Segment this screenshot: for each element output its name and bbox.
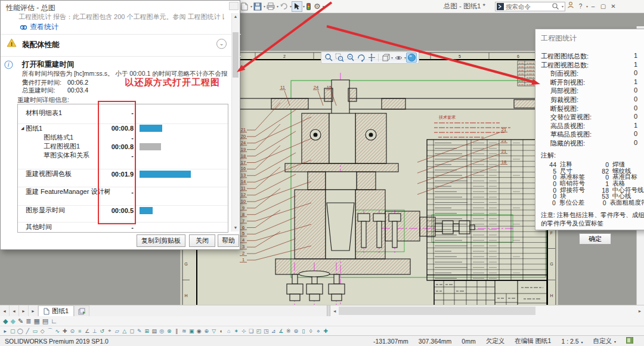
sketch-tool-icon[interactable]: ◳	[263, 328, 270, 334]
close-button[interactable]: 关闭	[189, 234, 215, 247]
expander-icon[interactable]: ◢	[18, 126, 26, 131]
display-pane-icon[interactable]	[626, 337, 633, 345]
add-sheet-tab[interactable]	[74, 305, 89, 316]
sketch-tool-icon[interactable]: ⊕	[203, 328, 210, 334]
sketch-tool-icon[interactable]: ∠	[84, 328, 91, 334]
sketch-tool-icon[interactable]: ✶	[233, 328, 240, 334]
format-tool-icon[interactable]: ▤	[42, 317, 48, 325]
tab-nav-next[interactable]: ►	[19, 305, 29, 316]
sketch-tool-icon[interactable]: ✚	[323, 328, 330, 334]
zoom-fit-icon[interactable]	[323, 52, 334, 63]
scroll-right-icon[interactable]: ►	[636, 305, 644, 316]
view-settings-sphere-icon[interactable]	[406, 52, 417, 63]
format-tool-icon[interactable]: ∟	[51, 317, 57, 325]
sketch-tool-icon[interactable]: ✎	[136, 328, 143, 334]
sketch-tool-icon[interactable]: ⌖	[106, 328, 113, 334]
sketch-tool-icon[interactable]: ※	[285, 328, 292, 334]
sketch-tool-icon[interactable]: ∿	[54, 328, 61, 334]
sketch-tool-icon[interactable]: ▢	[10, 328, 17, 334]
copy-to-clipboard-button[interactable]: 复制到剪贴板	[137, 234, 185, 247]
sketch-tool-icon[interactable]: △	[121, 328, 128, 334]
chevron-down-icon[interactable]: ▾	[323, 4, 324, 8]
print-icon[interactable]	[265, 1, 276, 12]
sketch-tool-icon[interactable]: ⊚	[293, 328, 300, 334]
tab-nav-prev[interactable]: ◄	[10, 305, 19, 316]
config-selector[interactable]: 自定义 ▾	[593, 337, 616, 345]
sketch-tool-icon[interactable]: ⌂	[225, 328, 233, 334]
sketch-tool-icon[interactable]: ▤	[151, 328, 158, 334]
search-box[interactable]: ▾	[495, 2, 565, 11]
search-icon[interactable]	[552, 2, 559, 10]
sketch-tool-icon[interactable]: ∡	[278, 328, 285, 334]
sketch-tool-icon[interactable]: ◎	[159, 328, 166, 334]
sketch-tool-icon[interactable]: ❏	[248, 328, 255, 334]
rotate-view-icon[interactable]	[355, 52, 366, 63]
scroll-up-icon[interactable]: ▲	[232, 13, 239, 20]
pan-icon[interactable]	[366, 52, 377, 63]
sketch-tool-icon[interactable]: ◰	[255, 328, 262, 334]
close-dialog-button[interactable]	[229, 2, 239, 10]
rebuild-traffic-light-icon[interactable]	[305, 1, 312, 12]
sketch-tool-icon[interactable]: ◉	[196, 328, 203, 334]
dialog-scroll-thumb[interactable]	[233, 32, 239, 78]
zoom-area-icon[interactable]	[334, 52, 345, 63]
tab-nav-first[interactable]: ◄	[0, 305, 10, 316]
chevron-down-icon[interactable]: ▾	[562, 4, 564, 8]
restore-button[interactable]: ▢	[598, 1, 608, 12]
format-tool-icon[interactable]: ▦	[33, 317, 39, 325]
sketch-tool-icon[interactable]: ✚	[61, 328, 69, 334]
hide-show-items-icon[interactable]	[393, 52, 404, 63]
sketch-tool-icon[interactable]: ⊙	[69, 328, 76, 334]
sketch-tool-icon[interactable]: ↺	[99, 328, 106, 334]
sketch-tool-icon[interactable]: ◻	[129, 328, 136, 334]
new-document-icon[interactable]	[240, 1, 250, 12]
link-label[interactable]: 查看统计	[30, 22, 58, 32]
sketch-tool-icon[interactable]: ▸	[2, 328, 9, 334]
sketch-tool-icon[interactable]: ≋	[181, 328, 188, 334]
sketch-tool-icon[interactable]: ▭	[32, 328, 39, 334]
sketch-tool-icon[interactable]: ⌒	[47, 327, 54, 335]
sketch-tool-icon[interactable]: ⊥	[91, 328, 98, 334]
collapse-chevron-icon[interactable]: ⌄	[216, 39, 227, 49]
sketch-tool-icon[interactable]: ◇	[39, 328, 47, 334]
view-statistics-link[interactable]: 查看统计	[20, 22, 58, 32]
sketch-tool-icon[interactable]: ⊗	[166, 328, 173, 334]
sketch-tool-icon[interactable]: ≡	[76, 328, 83, 334]
format-tool-icon[interactable]: ✎	[18, 317, 23, 325]
sketch-tool-icon[interactable]: ╱	[24, 328, 32, 334]
sheet-scale[interactable]: 1 : 2.5 ▾	[561, 338, 583, 345]
format-tool-icon[interactable]: ◆	[3, 317, 8, 325]
sketch-tool-icon[interactable]: ⋄	[315, 328, 322, 334]
sketch-tool-icon[interactable]: ⊿	[270, 328, 277, 334]
horizontal-scrollbar[interactable]: ◄ ►	[330, 305, 644, 316]
sketch-tool-icon[interactable]: ▱	[114, 328, 121, 334]
search-input[interactable]	[506, 3, 550, 10]
sketch-tool-icon[interactable]: ◊	[308, 328, 315, 334]
help-button[interactable]: 帮助	[218, 234, 239, 247]
sketch-tool-icon[interactable]: ◯	[17, 328, 24, 334]
tab-nav-last[interactable]: ►	[29, 305, 38, 316]
sketch-tool-icon[interactable]: ▯	[300, 328, 307, 334]
scroll-track[interactable]	[535, 305, 636, 316]
scroll-left-icon[interactable]: ◄	[330, 305, 339, 316]
format-tool-icon[interactable]: ◆	[10, 317, 15, 325]
sketch-tool-icon[interactable]: ⊞	[144, 328, 151, 334]
dialog-scrollbar[interactable]: ▲ ▼	[231, 13, 239, 231]
close-button[interactable]: ✕	[608, 1, 618, 12]
undo-icon[interactable]	[278, 1, 289, 12]
display-style-icon[interactable]	[380, 52, 391, 63]
options-gear-icon[interactable]: ⚙	[312, 1, 322, 12]
tab-sheet1[interactable]: 图纸1	[38, 305, 74, 316]
save-icon[interactable]	[252, 1, 263, 12]
sketch-tool-icon[interactable]: ∥	[174, 328, 181, 334]
sketch-tool-icon[interactable]: ⊹	[240, 328, 247, 334]
ok-button[interactable]: 确定	[579, 233, 611, 245]
sketch-tool-icon[interactable]: ◐	[218, 328, 225, 334]
login-user-icon[interactable]	[565, 1, 575, 12]
zoom-in-out-icon[interactable]	[345, 52, 355, 63]
sketch-tool-icon[interactable]: ▽	[210, 328, 218, 334]
format-tool-icon[interactable]: ≣	[26, 317, 31, 325]
help-button[interactable]: ?	[575, 1, 586, 12]
minimize-button[interactable]: –	[588, 1, 598, 12]
select-tool-icon[interactable]	[292, 1, 302, 12]
